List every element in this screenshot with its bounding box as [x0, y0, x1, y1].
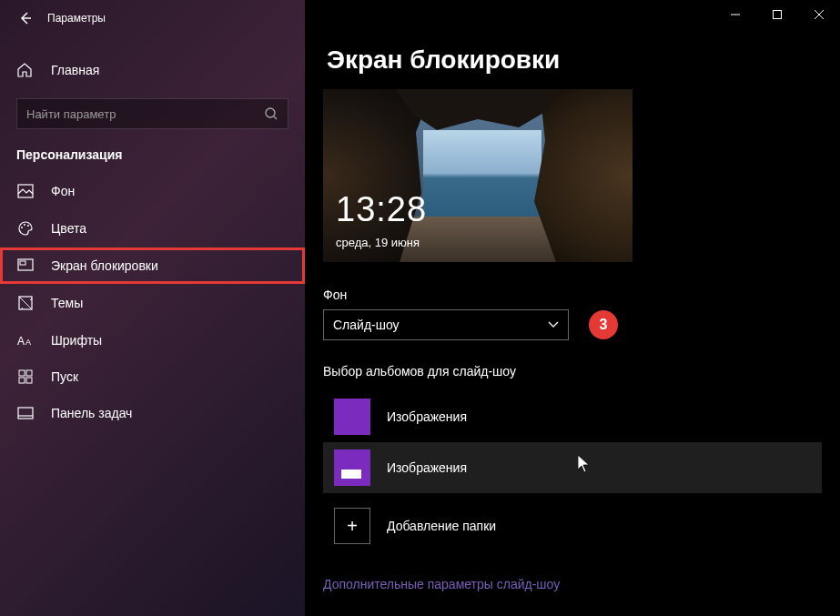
svg-rect-14 — [19, 378, 25, 383]
svg-rect-8 — [20, 261, 25, 265]
svg-text:A: A — [25, 338, 31, 347]
album-item[interactable]: Изображения — [323, 391, 822, 442]
add-folder-label: Добавление папки — [387, 519, 496, 533]
home-nav[interactable]: Главная — [0, 55, 305, 86]
background-label: Фон — [323, 288, 822, 302]
main-content: Экран блокировки 13:28 среда, 19 июня Фо… — [305, 0, 840, 616]
search-input[interactable] — [26, 107, 264, 121]
sidebar-item-taskbar[interactable]: Панель задач — [0, 395, 305, 431]
svg-rect-13 — [26, 370, 32, 376]
lockscreen-icon — [16, 258, 35, 273]
album-thumbnail — [334, 399, 370, 435]
sidebar-item-label: Фон — [51, 184, 75, 198]
minimize-icon — [731, 10, 740, 19]
titlebar: Параметры — [0, 0, 305, 36]
preview-date: среда, 19 июня — [336, 236, 420, 249]
sidebar-item-label: Шрифты — [51, 333, 102, 348]
albums-label: Выбор альбомов для слайд-шоу — [323, 364, 822, 379]
window-title: Параметры — [47, 12, 106, 25]
album-thumbnail — [334, 449, 370, 486]
svg-line-2 — [274, 116, 277, 119]
add-folder-button[interactable]: + Добавление папки — [323, 500, 822, 551]
more-params-link[interactable]: Дополнительные параметры слайд-шоу — [323, 577, 560, 591]
svg-point-4 — [21, 227, 23, 228]
sidebar-item-label: Темы — [51, 296, 83, 310]
sidebar-item-themes[interactable]: Темы — [0, 284, 305, 322]
annotation-badge: 3 — [589, 310, 618, 339]
picture-icon — [16, 184, 35, 198]
palette-icon — [16, 220, 35, 237]
sidebar-item-fonts[interactable]: AA Шрифты — [0, 322, 305, 358]
svg-text:A: A — [17, 335, 25, 348]
background-dropdown[interactable]: Слайд-шоу — [323, 309, 569, 340]
svg-point-6 — [27, 225, 29, 227]
sidebar: Параметры Главная Персонализация Фон — [0, 0, 305, 616]
album-item[interactable]: Изображения — [323, 442, 822, 493]
back-button[interactable] — [11, 4, 40, 33]
svg-rect-15 — [26, 378, 32, 383]
section-header: Персонализация — [0, 129, 305, 173]
album-name: Изображения — [387, 409, 467, 424]
sidebar-item-start[interactable]: Пуск — [0, 358, 305, 395]
sidebar-item-label: Пуск — [51, 369, 78, 384]
fonts-icon: AA — [16, 333, 35, 348]
home-icon — [16, 62, 35, 78]
sidebar-item-lockscreen[interactable]: Экран блокировки — [0, 247, 305, 284]
album-name: Изображения — [387, 460, 467, 475]
search-box[interactable] — [16, 98, 288, 129]
minimize-button[interactable] — [714, 0, 756, 29]
svg-rect-12 — [19, 370, 25, 376]
sidebar-item-colors[interactable]: Цвета — [0, 209, 305, 247]
arrow-left-icon — [18, 11, 33, 25]
sidebar-item-label: Панель задач — [51, 406, 132, 420]
search-icon — [264, 106, 278, 121]
close-icon — [815, 10, 824, 19]
svg-rect-16 — [18, 408, 33, 419]
window-controls — [714, 0, 840, 29]
maximize-button[interactable] — [756, 0, 798, 29]
svg-point-5 — [24, 224, 25, 226]
taskbar-icon — [16, 407, 35, 419]
close-button[interactable] — [798, 0, 840, 29]
sidebar-item-background[interactable]: Фон — [0, 173, 305, 209]
plus-icon: + — [334, 508, 370, 544]
dropdown-value: Слайд-шоу — [333, 318, 400, 332]
chevron-down-icon — [548, 321, 559, 328]
cursor-icon — [578, 455, 591, 473]
start-icon — [16, 369, 35, 384]
svg-point-1 — [266, 108, 275, 117]
svg-rect-19 — [774, 11, 782, 19]
preview-time: 13:28 — [336, 190, 427, 229]
sidebar-item-label: Экран блокировки — [51, 258, 158, 273]
lockscreen-preview: 13:28 среда, 19 июня — [323, 89, 633, 262]
maximize-icon — [773, 10, 782, 19]
themes-icon — [16, 295, 35, 311]
sidebar-item-label: Цвета — [51, 221, 86, 236]
home-label: Главная — [51, 63, 99, 77]
